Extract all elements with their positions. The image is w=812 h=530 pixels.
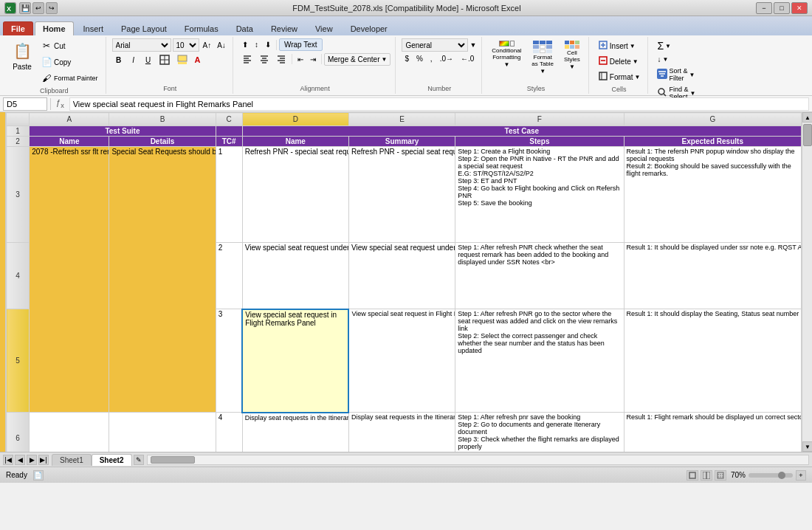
col-details-header[interactable]: Details xyxy=(109,137,216,147)
zoom-in-button[interactable]: + xyxy=(796,470,806,481)
window-controls[interactable]: − □ ✕ xyxy=(756,2,808,14)
cell-A6[interactable] xyxy=(30,413,109,452)
cell-G5[interactable]: Result 1: It should display the Seating,… xyxy=(624,309,801,413)
col-tc-header[interactable]: TC# xyxy=(216,137,242,147)
merge-center-button[interactable]: Merge & Center ▼ xyxy=(324,53,391,66)
find-select-dropdown[interactable]: ▼ xyxy=(689,90,695,97)
align-right-button[interactable] xyxy=(273,52,289,66)
test-case-header[interactable]: Test Case xyxy=(242,126,801,137)
cell-styles-dropdown[interactable]: ▼ xyxy=(569,63,575,70)
italic-button[interactable]: I xyxy=(127,55,140,66)
horizontal-scrollbar[interactable] xyxy=(147,455,810,465)
font-color-button[interactable]: A xyxy=(192,54,204,66)
tab-formulas[interactable]: Formulas xyxy=(176,21,227,35)
cell-G6[interactable]: Result 1: Flight remark should be displa… xyxy=(624,413,801,452)
cell-C5[interactable]: 3 xyxy=(216,309,242,413)
font-size-decrease-button[interactable]: A↓ xyxy=(215,40,228,51)
sheet-nav-prev[interactable]: ◀ xyxy=(15,455,25,465)
insert-sheet-button[interactable]: ✎ xyxy=(134,455,144,465)
format-dropdown[interactable]: ▼ xyxy=(634,74,640,80)
align-bottom-button[interactable]: ⬇ xyxy=(262,39,274,50)
align-left-button[interactable] xyxy=(239,52,255,66)
col-steps-header[interactable]: Steps xyxy=(455,137,624,147)
tab-insert[interactable]: Insert xyxy=(75,21,112,35)
cell-reference-input[interactable] xyxy=(3,97,47,111)
cell-E4[interactable]: View special seat request under SSFri no… xyxy=(348,243,455,309)
formula-input[interactable] xyxy=(69,97,809,111)
cell-D3[interactable]: Refresh PNR - special seat request xyxy=(242,147,348,243)
tab-data[interactable]: Data xyxy=(228,21,261,35)
horizontal-scroll-thumb[interactable] xyxy=(151,456,195,464)
col-summary-header[interactable]: Summary xyxy=(348,137,455,147)
col-header-F[interactable]: F xyxy=(455,113,624,126)
conditional-formatting-dropdown[interactable]: ▼ xyxy=(503,61,509,68)
paste-button[interactable]: 📋 Paste xyxy=(7,38,37,81)
sheet-tab-sheet1[interactable]: Sheet1 xyxy=(52,454,92,466)
insert-dropdown[interactable]: ▼ xyxy=(630,43,636,49)
cut-button[interactable]: ✂ Cut xyxy=(38,38,101,53)
autosum-button[interactable]: Σ ▼ xyxy=(654,38,698,53)
border-button[interactable] xyxy=(156,53,173,66)
undo-icon[interactable]: ↩ xyxy=(32,2,44,14)
col-header-C[interactable]: C xyxy=(216,113,242,126)
indent-decrease-button[interactable]: ⇤ xyxy=(295,54,306,65)
page-layout-view-button[interactable] xyxy=(701,470,712,481)
currency-button[interactable]: $ xyxy=(402,53,412,64)
conditional-formatting-button[interactable]: ConditionalFormatting ▼ xyxy=(488,38,525,70)
quick-access-toolbar[interactable]: 💾 ↩ ↪ xyxy=(19,2,58,14)
cell-F5[interactable]: Step 1: After refresh PNR go to the sect… xyxy=(455,309,624,413)
cell-F4[interactable]: Step 1: After refresh PNR check whether … xyxy=(455,243,624,309)
tab-file[interactable]: File xyxy=(3,21,33,35)
scroll-thumb[interactable] xyxy=(803,124,812,146)
cell-E5[interactable]: View special seat request in Flight Rema… xyxy=(348,309,455,413)
tab-home[interactable]: Home xyxy=(35,21,74,35)
normal-view-button[interactable] xyxy=(687,470,698,481)
decimal-decrease-button[interactable]: ←.0 xyxy=(458,53,477,64)
delete-button[interactable]: Delete ▼ xyxy=(595,54,644,69)
col-header-E[interactable]: E xyxy=(348,113,455,126)
sheet-nav-next[interactable]: ▶ xyxy=(27,455,37,465)
redo-icon[interactable]: ↪ xyxy=(46,2,58,14)
tab-page-layout[interactable]: Page Layout xyxy=(113,21,175,35)
function-icon[interactable]: ƒx xyxy=(54,98,66,109)
percent-button[interactable]: % xyxy=(413,53,426,64)
minimize-button[interactable]: − xyxy=(756,2,772,14)
format-button[interactable]: Format ▼ xyxy=(595,69,644,84)
col-header-G[interactable]: G xyxy=(624,113,801,126)
cell-A3[interactable]: 2078 -Refresh ssr flt remarks xyxy=(30,147,109,413)
comma-button[interactable]: , xyxy=(427,53,436,64)
cell-D4[interactable]: View special seat request under SSR note… xyxy=(242,243,348,309)
format-as-table-button[interactable]: Formatas Table ▼ xyxy=(528,38,557,77)
format-painter-button[interactable]: 🖌 Format Painter xyxy=(38,71,101,86)
vertical-scrollbar[interactable]: ▲ ▼ xyxy=(802,112,812,452)
col-header-A[interactable]: A xyxy=(30,113,109,126)
col-name-header[interactable]: Name xyxy=(30,137,109,147)
cell-B6[interactable] xyxy=(109,413,216,452)
format-as-table-dropdown[interactable]: ▼ xyxy=(540,68,546,75)
font-size-select[interactable]: 10 xyxy=(173,38,199,52)
cell-D6[interactable]: Display seat requests in the Itinerary D… xyxy=(242,413,348,452)
cell-C6[interactable]: 4 xyxy=(216,413,242,452)
underline-button[interactable]: U xyxy=(142,55,155,66)
sheet-tab-sheet2[interactable]: Sheet2 xyxy=(92,454,132,466)
delete-dropdown[interactable]: ▼ xyxy=(633,58,639,65)
tab-view[interactable]: View xyxy=(307,21,341,35)
font-family-select[interactable]: Arial xyxy=(112,38,171,52)
cell-B3[interactable]: Special Seat Requests should be able to … xyxy=(109,147,216,413)
insert-button[interactable]: Insert ▼ xyxy=(595,38,644,53)
fill-color-button[interactable] xyxy=(174,53,190,66)
tab-developer[interactable]: Developer xyxy=(343,21,396,35)
cell-styles-button[interactable]: CellStyles ▼ xyxy=(560,38,584,72)
sheet-nav-first[interactable]: |◀ xyxy=(3,455,13,465)
col-header-B[interactable]: B xyxy=(109,113,216,126)
number-format-dropdown-icon[interactable]: ▼ xyxy=(469,41,476,49)
align-center-button[interactable] xyxy=(256,52,272,66)
page-break-view-button[interactable] xyxy=(715,470,726,481)
indent-increase-button[interactable]: ⇥ xyxy=(307,54,319,65)
zoom-thumb[interactable] xyxy=(778,472,785,479)
col-expected-header[interactable]: Expected Results xyxy=(624,137,801,147)
wrap-text-button[interactable]: Wrap Text xyxy=(279,38,323,51)
sort-filter-dropdown[interactable]: ▼ xyxy=(689,72,695,78)
cell-G3[interactable]: Result 1: The refersh PNR popup window s… xyxy=(624,147,801,243)
cell-F3[interactable]: Step 1: Create a Flight Booking Step 2: … xyxy=(455,147,624,243)
